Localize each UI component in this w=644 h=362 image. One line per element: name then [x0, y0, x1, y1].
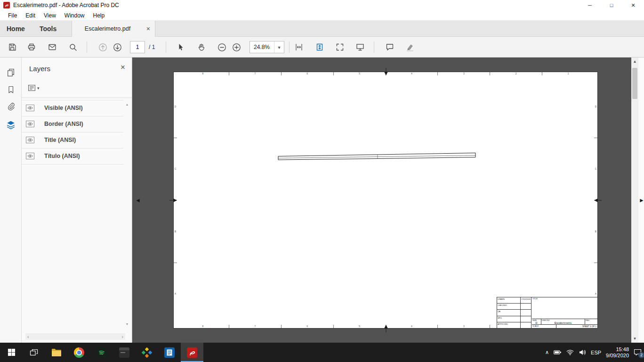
diamond-app-icon [142, 347, 152, 358]
blue-app-icon [164, 347, 175, 358]
tab-home[interactable]: Home [7, 21, 25, 37]
layers-panel-vertical-scrollbar[interactable]: ▲ ▼ [125, 103, 129, 326]
window-title: Escalerimetro.pdf - Adobe Acrobat Pro DC [13, 2, 119, 8]
layer-row-border-ansi[interactable]: Border (ANSI) [22, 116, 123, 132]
toolbar-divider [374, 41, 374, 53]
attachments-button[interactable] [4, 99, 18, 114]
chevron-down-icon: ▾ [37, 86, 40, 90]
sheet-count-label: SHEET 1 OF 1 [556, 325, 597, 328]
hidden-icons-chevron[interactable]: ∧ [545, 349, 549, 355]
tab-close-icon[interactable]: × [146, 25, 150, 33]
menu-view[interactable]: View [40, 10, 60, 20]
layer-row-titulo-ansi[interactable]: Título (ANSI) [22, 148, 123, 165]
fit-width-icon [295, 43, 303, 51]
menu-help[interactable]: Help [89, 10, 109, 20]
acrobat-app-icon [3, 2, 10, 8]
save-button[interactable] [6, 41, 19, 54]
chevron-down-icon[interactable]: ▾ [274, 41, 284, 53]
volume-icon[interactable] [579, 349, 586, 355]
layer-row-visible-ansi[interactable]: Visible (ANSI) [22, 100, 123, 116]
page-number-input[interactable] [130, 41, 145, 53]
taskbar-clock[interactable]: 15:48 9/09/2020 [606, 346, 629, 359]
document-vertical-scrollbar[interactable]: ▲ ▼ [631, 58, 638, 343]
dark-app-button[interactable] [113, 343, 136, 362]
select-tool-button[interactable] [174, 41, 187, 54]
next-page-button[interactable] [111, 41, 124, 54]
close-button[interactable]: × [622, 0, 644, 10]
expand-right-pane-button[interactable]: ► [639, 197, 644, 203]
tab-tools[interactable]: Tools [40, 21, 56, 37]
layer-visibility-toggle[interactable] [26, 105, 34, 111]
menu-file[interactable]: File [4, 10, 21, 20]
collapse-left-pane-button[interactable]: ◄ [135, 197, 141, 203]
scroll-up-icon[interactable]: ▲ [631, 59, 638, 64]
tab-document[interactable]: Escalerimetro.pdf × [72, 21, 155, 37]
fit-one-page-button[interactable] [313, 41, 326, 54]
diamond-app-button[interactable] [136, 343, 158, 362]
wifi-icon[interactable] [566, 349, 574, 355]
windows-start-icon [8, 348, 16, 356]
file-explorer-button[interactable] [45, 343, 68, 362]
comment-button[interactable] [383, 41, 396, 54]
zoom-out-button[interactable] [215, 41, 228, 54]
scrollbar-thumb[interactable] [632, 68, 637, 99]
highlight-button[interactable] [403, 41, 417, 54]
bookmarks-button[interactable] [4, 82, 18, 97]
document-viewport[interactable]: 87654321 87654321 DCBA DCBA [132, 58, 638, 343]
previous-page-icon [98, 43, 107, 52]
acrobat-taskbar-button[interactable] [181, 343, 203, 362]
title-block-title-cell: TITLE [532, 297, 597, 319]
email-button[interactable] [46, 41, 59, 54]
maximize-button[interactable]: □ [601, 0, 622, 10]
page-number-input-box [130, 41, 145, 53]
layers-panel-horizontal-scrollbar[interactable]: ‹ › [25, 333, 125, 340]
scroll-down-icon[interactable]: ▼ [126, 322, 129, 326]
battery-icon[interactable] [554, 349, 562, 355]
scroll-up-icon[interactable]: ▲ [126, 103, 129, 106]
green-app-button[interactable] [90, 343, 113, 362]
minimize-button[interactable]: ─ [579, 0, 601, 10]
layers-panel-title: Layers [29, 65, 50, 73]
menu-window[interactable]: Window [60, 10, 89, 20]
chrome-button[interactable] [68, 343, 90, 362]
language-indicator[interactable]: ESP [591, 350, 601, 355]
scroll-left-icon[interactable]: ‹ [27, 334, 29, 339]
pdf-page[interactable]: 87654321 87654321 DCBA DCBA [173, 72, 598, 329]
print-button[interactable] [25, 41, 38, 54]
menu-bar: File Edit View Window Help [0, 10, 644, 21]
blue-app-button[interactable] [158, 343, 181, 362]
scroll-right-icon[interactable]: › [121, 334, 123, 339]
layers-options-button[interactable]: ▾ [28, 84, 40, 92]
layers-button[interactable] [4, 118, 18, 132]
layer-visibility-toggle[interactable] [26, 153, 34, 159]
page-thumbnails-button[interactable] [4, 65, 18, 79]
layers-icon [6, 120, 16, 130]
task-view-button[interactable] [23, 343, 45, 362]
bookmark-icon [7, 85, 15, 94]
fit-width-button[interactable] [292, 41, 306, 54]
presentation-button[interactable] [354, 41, 367, 54]
zoom-in-button[interactable] [230, 41, 243, 54]
navigation-pane-strip [0, 58, 22, 343]
title-block: DRAWN CHECKED QA MFG APPROVED 17/02/2020… [497, 297, 597, 328]
clock-time: 15:48 [606, 346, 629, 353]
hand-tool-button[interactable] [195, 41, 208, 54]
action-center-button[interactable]: 2 [634, 349, 642, 356]
menu-edit[interactable]: Edit [21, 10, 40, 20]
scroll-down-icon[interactable]: ▼ [631, 337, 638, 341]
toolbar-divider [166, 41, 166, 53]
eye-icon [27, 106, 33, 110]
zoom-level-dropdown[interactable]: 24.8% ▾ [250, 41, 284, 53]
layer-label: Visible (ANSI) [44, 105, 83, 111]
layers-panel-close-icon[interactable]: × [121, 63, 125, 72]
search-button[interactable] [66, 41, 80, 54]
file-explorer-icon [51, 348, 62, 357]
layer-visibility-toggle[interactable] [26, 137, 34, 143]
acrobat-window: Escalerimetro.pdf - Adobe Acrobat Pro DC… [0, 0, 644, 362]
toolbar-divider [87, 41, 87, 53]
layer-row-title-ansi[interactable]: Title (ANSI) [22, 132, 123, 148]
previous-page-button[interactable] [96, 41, 109, 54]
layer-visibility-toggle[interactable] [26, 121, 34, 127]
start-button[interactable] [0, 343, 23, 362]
fullscreen-button[interactable] [333, 41, 346, 54]
